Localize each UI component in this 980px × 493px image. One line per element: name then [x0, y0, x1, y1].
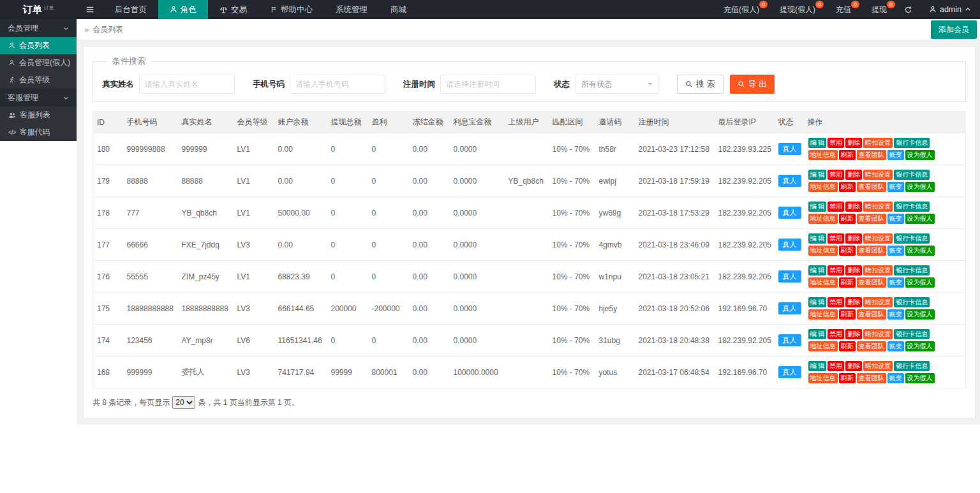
edit-button[interactable]: 编 辑	[808, 361, 827, 371]
balance-change-button[interactable]: 账变	[887, 150, 904, 160]
refresh-button[interactable]: 刷新	[839, 150, 856, 160]
address-info-button[interactable]: 地址信息	[808, 341, 838, 351]
phone-input[interactable]	[290, 75, 385, 94]
sidebar-item-member-level[interactable]: 会员等级	[0, 71, 77, 89]
balance-change-button[interactable]: 账变	[887, 341, 904, 351]
nav-item-roles[interactable]: 角色	[158, 0, 208, 19]
status-badge[interactable]: 真人	[778, 239, 801, 251]
disable-button[interactable]: 禁用	[828, 297, 844, 307]
refresh-button[interactable]: 刷新	[839, 182, 856, 192]
balance-change-button[interactable]: 账变	[887, 373, 904, 383]
edit-button[interactable]: 编 辑	[808, 265, 827, 276]
view-team-button[interactable]: 查看团队	[857, 214, 886, 224]
search-button[interactable]: 搜 索	[677, 75, 724, 94]
status-badge[interactable]: 真人	[778, 270, 801, 283]
real-name-input[interactable]	[139, 75, 235, 94]
balance-change-button[interactable]: 账变	[887, 214, 904, 224]
refresh-button[interactable]: 刷新	[839, 214, 856, 224]
bank-card-info-button[interactable]: 银行卡信息	[894, 233, 930, 244]
delete-button[interactable]: 删除	[845, 265, 862, 276]
view-team-button[interactable]: 查看团队	[857, 309, 886, 320]
bank-card-info-button[interactable]: 银行卡信息	[894, 265, 930, 276]
bank-card-info-button[interactable]: 银行卡信息	[894, 361, 930, 371]
address-info-button[interactable]: 地址信息	[808, 214, 838, 224]
address-info-button[interactable]: 地址信息	[808, 182, 838, 192]
nav-item-system[interactable]: 系统管理	[324, 0, 379, 19]
refresh-button[interactable]: 刷新	[839, 373, 856, 383]
hidden-deduct-settings-button[interactable]: 暗扣设置	[863, 170, 893, 180]
set-as-fake-button[interactable]: 设为假人	[905, 341, 935, 351]
disable-button[interactable]: 禁用	[828, 361, 844, 371]
edit-button[interactable]: 编 辑	[808, 233, 827, 244]
disable-button[interactable]: 禁用	[828, 170, 844, 180]
status-badge[interactable]: 真人	[778, 175, 801, 187]
set-as-fake-button[interactable]: 设为假人	[905, 373, 935, 383]
address-info-button[interactable]: 地址信息	[808, 373, 838, 383]
status-badge[interactable]: 真人	[778, 366, 801, 378]
set-as-fake-button[interactable]: 设为假人	[905, 150, 935, 160]
sidebar-section-member-management[interactable]: 会员管理	[0, 19, 77, 37]
sidebar-section-service-management[interactable]: 客服管理	[0, 89, 77, 107]
address-info-button[interactable]: 地址信息	[808, 150, 838, 160]
view-team-button[interactable]: 查看团队	[857, 246, 886, 256]
disable-button[interactable]: 禁用	[828, 233, 844, 244]
address-info-button[interactable]: 地址信息	[808, 246, 838, 256]
user-menu[interactable]: admin	[920, 0, 980, 19]
status-badge[interactable]: 真人	[778, 334, 801, 346]
delete-button[interactable]: 删除	[845, 329, 862, 339]
register-time-input[interactable]	[440, 75, 536, 94]
refresh-icon[interactable]	[897, 0, 920, 19]
address-info-button[interactable]: 地址信息	[808, 277, 838, 288]
edit-button[interactable]: 编 辑	[808, 297, 827, 307]
quick-recharge[interactable]: 充值 0	[826, 0, 861, 19]
add-member-button[interactable]: 添加会员	[931, 20, 977, 39]
delete-button[interactable]: 删除	[845, 297, 862, 307]
status-select[interactable]: 所有状态	[575, 75, 659, 94]
delete-button[interactable]: 删除	[845, 233, 862, 244]
bank-card-info-button[interactable]: 银行卡信息	[894, 202, 930, 212]
view-team-button[interactable]: 查看团队	[857, 341, 886, 351]
per-page-select[interactable]: 20	[172, 396, 195, 409]
disable-button[interactable]: 禁用	[828, 138, 844, 148]
bank-card-info-button[interactable]: 银行卡信息	[894, 329, 930, 339]
refresh-button[interactable]: 刷新	[839, 246, 856, 256]
export-button[interactable]: 导 出	[730, 75, 775, 94]
set-as-fake-button[interactable]: 设为假人	[905, 309, 935, 320]
menu-toggle-icon[interactable]	[77, 0, 103, 19]
edit-button[interactable]: 编 辑	[808, 138, 827, 148]
sidebar-item-member-management-fake[interactable]: 会员管理(假人)	[0, 54, 77, 71]
hidden-deduct-settings-button[interactable]: 暗扣设置	[863, 265, 893, 276]
nav-item-help-center[interactable]: 帮助中心	[258, 0, 324, 19]
view-team-button[interactable]: 查看团队	[857, 182, 886, 192]
balance-change-button[interactable]: 账变	[887, 182, 904, 192]
refresh-button[interactable]: 刷新	[839, 341, 856, 351]
refresh-button[interactable]: 刷新	[839, 309, 856, 320]
hidden-deduct-settings-button[interactable]: 暗扣设置	[863, 361, 893, 371]
quick-withdraw[interactable]: 提现 0	[861, 0, 897, 19]
bank-card-info-button[interactable]: 银行卡信息	[894, 170, 930, 180]
disable-button[interactable]: 禁用	[828, 265, 844, 276]
view-team-button[interactable]: 查看团队	[857, 277, 886, 288]
status-badge[interactable]: 真人	[778, 302, 801, 314]
nav-item-dashboard[interactable]: 后台首页	[103, 0, 158, 19]
refresh-button[interactable]: 刷新	[839, 277, 856, 288]
bank-card-info-button[interactable]: 银行卡信息	[894, 297, 930, 307]
set-as-fake-button[interactable]: 设为假人	[905, 214, 935, 224]
balance-change-button[interactable]: 账变	[887, 246, 904, 256]
nav-item-mall[interactable]: 商城	[379, 0, 418, 19]
balance-change-button[interactable]: 账变	[887, 309, 904, 320]
view-team-button[interactable]: 查看团队	[857, 150, 886, 160]
delete-button[interactable]: 删除	[845, 202, 862, 212]
disable-button[interactable]: 禁用	[828, 329, 844, 339]
set-as-fake-button[interactable]: 设为假人	[905, 246, 935, 256]
hidden-deduct-settings-button[interactable]: 暗扣设置	[863, 202, 893, 212]
delete-button[interactable]: 删除	[845, 138, 862, 148]
delete-button[interactable]: 删除	[845, 361, 862, 371]
sidebar-item-service-code[interactable]: </> 客服代码	[0, 124, 77, 141]
disable-button[interactable]: 禁用	[828, 202, 844, 212]
status-badge[interactable]: 真人	[778, 207, 801, 219]
edit-button[interactable]: 编 辑	[808, 329, 827, 339]
set-as-fake-button[interactable]: 设为假人	[905, 277, 935, 288]
nav-item-trade[interactable]: 交易	[208, 0, 258, 19]
address-info-button[interactable]: 地址信息	[808, 309, 838, 320]
